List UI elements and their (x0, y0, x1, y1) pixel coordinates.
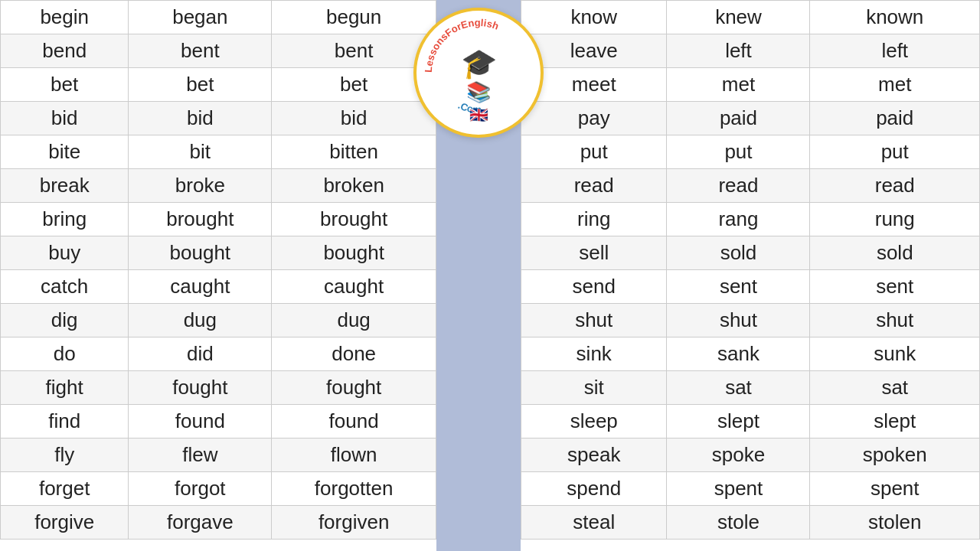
left-table: beginbeganbegunbendbentbentbetbetbetbidb… (0, 0, 436, 540)
table-cell: rang (667, 203, 810, 236)
table-cell: slept (667, 405, 810, 439)
table-cell: began (129, 1, 272, 34)
table-cell: left (667, 34, 810, 68)
table-cell: sold (667, 236, 810, 270)
table-cell: sunk (810, 337, 980, 371)
table-cell: met (667, 68, 810, 102)
table-cell: forgive (1, 506, 129, 540)
table-cell: fought (129, 371, 272, 405)
table-cell: rung (810, 203, 980, 236)
table-cell: bid (272, 102, 436, 135)
table-cell: put (667, 135, 810, 169)
svg-text:📚: 📚 (466, 80, 492, 104)
table-cell: caught (272, 270, 436, 304)
table-cell: spoken (810, 439, 980, 472)
table-cell: caught (129, 270, 272, 304)
table-cell: bid (1, 102, 129, 135)
table-cell: shut (667, 304, 810, 337)
table-cell: flew (129, 439, 272, 472)
table-cell: spend (521, 472, 667, 506)
table-cell: bend (1, 34, 129, 68)
table-cell: dug (272, 304, 436, 337)
table-cell: met (810, 68, 980, 102)
main-container: beginbeganbegunbendbentbentbetbetbetbidb… (0, 0, 980, 551)
table-cell: known (810, 1, 980, 34)
table-cell: pay (521, 102, 667, 135)
table-cell: paid (810, 102, 980, 135)
table-cell: read (810, 169, 980, 203)
table-cell: bought (129, 236, 272, 270)
table-cell: sank (667, 337, 810, 371)
table-cell: do (1, 337, 129, 371)
right-table: knowknewknownleaveleftleftmeetmetmetpayp… (521, 0, 980, 540)
table-cell: sleep (521, 405, 667, 439)
table-cell: dug (129, 304, 272, 337)
table-cell: spoke (667, 439, 810, 472)
table-cell: sat (667, 371, 810, 405)
table-cell: fly (1, 439, 129, 472)
table-cell: bent (272, 34, 436, 68)
table-cell: bitten (272, 135, 436, 169)
table-cell: broken (272, 169, 436, 203)
table-cell: bid (129, 102, 272, 135)
table-cell: bought (272, 236, 436, 270)
table-cell: sink (521, 337, 667, 371)
table-cell: speak (521, 439, 667, 472)
table-cell: bent (129, 34, 272, 68)
table-cell: did (129, 337, 272, 371)
table-cell: put (521, 135, 667, 169)
table-cell: knew (667, 1, 810, 34)
table-cell: brought (129, 203, 272, 236)
table-cell: fight (1, 371, 129, 405)
table-cell: brought (272, 203, 436, 236)
table-cell: fought (272, 371, 436, 405)
right-panel: knowknewknownleaveleftleftmeetmetmetpayp… (521, 0, 980, 551)
table-cell: slept (810, 405, 980, 439)
table-cell: shut (521, 304, 667, 337)
left-panel: beginbeganbegunbendbentbentbetbetbetbidb… (0, 0, 436, 551)
svg-text:🎓: 🎓 (461, 46, 498, 81)
table-cell: find (1, 405, 129, 439)
table-cell: sent (810, 270, 980, 304)
table-cell: catch (1, 270, 129, 304)
table-cell: sent (667, 270, 810, 304)
table-cell: bet (272, 68, 436, 102)
table-cell: bite (1, 135, 129, 169)
table-cell: stole (667, 506, 810, 540)
table-cell: dig (1, 304, 129, 337)
table-cell: bit (129, 135, 272, 169)
table-cell: bet (129, 68, 272, 102)
logo: LessonsForEnglish .Com 🎓 📚 🇬🇧 (413, 8, 544, 138)
table-cell: spent (810, 472, 980, 506)
table-cell: spent (667, 472, 810, 506)
table-cell: sell (521, 236, 667, 270)
table-cell: sit (521, 371, 667, 405)
table-cell: stolen (810, 506, 980, 540)
table-cell: found (272, 405, 436, 439)
table-cell: broke (129, 169, 272, 203)
table-cell: left (810, 34, 980, 68)
table-cell: flown (272, 439, 436, 472)
table-cell: read (667, 169, 810, 203)
table-cell: begin (1, 1, 129, 34)
table-cell: bring (1, 203, 129, 236)
table-cell: read (521, 169, 667, 203)
table-cell: know (521, 1, 667, 34)
table-cell: sat (810, 371, 980, 405)
table-cell: buy (1, 236, 129, 270)
table-cell: put (810, 135, 980, 169)
table-cell: forgiven (272, 506, 436, 540)
table-cell: break (1, 169, 129, 203)
table-cell: paid (667, 102, 810, 135)
table-cell: done (272, 337, 436, 371)
table-cell: forgot (129, 472, 272, 506)
table-cell: begun (272, 1, 436, 34)
table-cell: steal (521, 506, 667, 540)
table-cell: ring (521, 203, 667, 236)
table-cell: forget (1, 472, 129, 506)
table-cell: forgotten (272, 472, 436, 506)
table-cell: forgave (129, 506, 272, 540)
table-cell: found (129, 405, 272, 439)
table-cell: sold (810, 236, 980, 270)
svg-text:🇬🇧: 🇬🇧 (469, 106, 488, 124)
